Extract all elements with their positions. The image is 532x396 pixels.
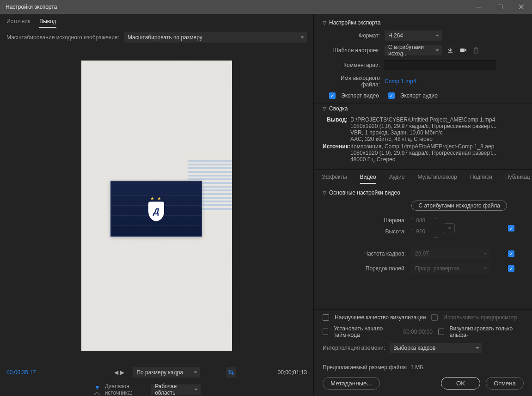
svg-rect-2 <box>460 49 465 52</box>
match-fps-checkbox[interactable]: ✓ <box>508 250 514 257</box>
chevron-down-icon[interactable]: ▽ <box>323 20 326 25</box>
format-label: Формат: <box>323 32 385 39</box>
tab-audio[interactable]: Аудио <box>389 174 405 184</box>
export-video-checkbox[interactable]: ✓Экспорт видео <box>329 92 379 99</box>
tab-mux[interactable]: Мультиплексор <box>417 174 457 184</box>
scaling-label: Масштабирование исходного изображения: <box>6 34 119 41</box>
cancel-button[interactable]: Отмена <box>486 377 524 390</box>
crop-button[interactable] <box>226 367 236 378</box>
save-preset-icon[interactable] <box>446 46 455 55</box>
link-dimensions-icon[interactable]: ⚭ <box>444 223 455 233</box>
tab-publish[interactable]: Публикац <box>505 174 530 184</box>
estimated-size-label: Предполагаемый размер файла: 1 МБ <box>323 364 423 371</box>
match-fieldorder-checkbox[interactable]: ✓ <box>508 265 514 272</box>
timecode-out: 00;00;01;13 <box>278 369 307 376</box>
preview-canvas: ★ ★ Д <box>81 61 232 351</box>
alpha-only-checkbox[interactable]: ✓Визуализировать только альфа- <box>438 325 524 338</box>
height-value: 1 920 <box>411 228 432 235</box>
preset-label: Шаблон настроек: <box>323 47 385 54</box>
width-label: Ширина: <box>323 217 411 224</box>
chevron-down-icon[interactable]: ▽ <box>323 106 326 111</box>
maximize-button[interactable] <box>489 0 511 14</box>
preset-select[interactable]: С атрибутами исход... <box>385 45 442 55</box>
max-quality-checkbox[interactable]: ✓Наилучшее качество визуализации <box>323 314 426 321</box>
timecode-in[interactable]: 00;00;35;17 <box>6 369 36 376</box>
window-title: Настройки экспорта <box>6 4 468 10</box>
range-select[interactable]: Рабочая область <box>151 384 201 395</box>
playhead-icon[interactable]: ▼ <box>94 384 100 391</box>
delete-preset-icon <box>471 46 481 55</box>
use-preview-checkbox: Использовать предпросмотр <box>431 314 517 321</box>
close-button[interactable] <box>511 0 532 14</box>
prev-frame-icon[interactable]: ◀ <box>114 369 118 376</box>
svg-rect-0 <box>477 7 481 7</box>
svg-rect-1 <box>498 5 502 9</box>
time-interp-label: Интерполяция времени: <box>323 345 385 351</box>
chevron-down-icon[interactable]: ▽ <box>323 190 326 195</box>
minimize-button[interactable] <box>468 0 489 14</box>
tab-source[interactable]: Источник <box>6 18 30 28</box>
outname-label: Имя выходного файла: <box>323 75 385 88</box>
comments-label: Комментарии: <box>323 62 385 68</box>
import-preset-icon[interactable] <box>459 46 468 55</box>
summary-src-label: Источник: <box>323 143 350 163</box>
summary-out-lines: D:\PROJECTS\CYBER\Untitled Project_AME\C… <box>350 116 496 142</box>
video-settings-title: Основные настройки видео <box>329 189 400 196</box>
match-width-checkbox[interactable]: ✓ <box>508 225 514 232</box>
fieldorder-label: Порядок полей: <box>323 265 411 272</box>
width-value: 1 080 <box>411 217 432 224</box>
set-start-tc-checkbox[interactable]: ✓Установить начало тайм-кода00;00;00;00 <box>323 325 433 338</box>
summary-title: Сводка <box>329 105 348 112</box>
summary-out-label: Вывод: <box>323 116 350 142</box>
output-filename-link[interactable]: Comp 1.mp4 <box>385 78 416 85</box>
tab-video[interactable]: Видео <box>360 174 376 184</box>
range-label: Диапазон источника: <box>105 383 148 396</box>
ok-button[interactable]: OK <box>441 377 480 390</box>
export-settings-title: Настройки экспорта <box>329 19 380 26</box>
summary-src-lines: Композиция, Comp 1/tmpAEtoAMEProject-Com… <box>350 143 496 163</box>
comments-input[interactable] <box>385 60 495 70</box>
tab-captions[interactable]: Подписи <box>470 174 492 184</box>
zoom-select[interactable]: По размеру кадра <box>133 367 200 378</box>
next-frame-icon[interactable]: ▶ <box>120 369 124 376</box>
fps-select: 29,97 <box>411 249 490 259</box>
scaling-select[interactable]: Масштабировать по размеру <box>124 32 307 43</box>
format-select[interactable]: H.264 <box>385 30 442 41</box>
fps-label: Частота кадров: <box>323 250 411 257</box>
export-audio-checkbox[interactable]: ✓Экспорт аудио <box>388 92 438 99</box>
fieldorder-select: Прогр. развертка <box>411 263 490 274</box>
match-source-button[interactable]: С атрибутами исходного файла <box>411 201 507 211</box>
tab-effects[interactable]: Эффекты <box>322 174 347 184</box>
metadata-button[interactable]: Метаданные... <box>323 377 380 390</box>
height-label: Высота: <box>323 228 411 235</box>
tab-output[interactable]: Вывод <box>39 18 56 28</box>
time-interp-select[interactable]: Выборка кадров <box>390 343 482 353</box>
